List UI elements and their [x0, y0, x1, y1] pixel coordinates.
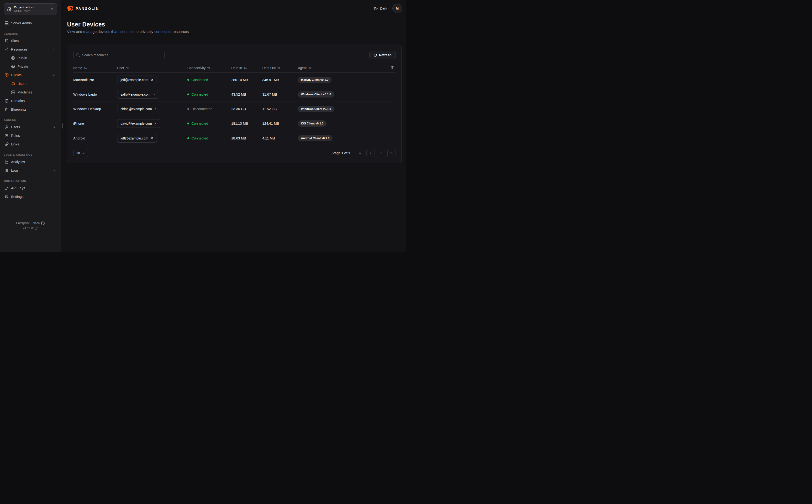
data-out-value: 11.52 GB — [262, 107, 298, 111]
agent-badge: Windows Client v0.1.0 — [298, 91, 334, 98]
column-header-data-in[interactable]: Data In — [231, 66, 262, 70]
user-link-button[interactable]: david@example.com — [117, 119, 160, 128]
version-link[interactable]: v1.13.0 — [0, 226, 61, 231]
column-header-agent[interactable]: Agent — [298, 66, 396, 70]
arrow-up-right-icon — [154, 122, 157, 125]
monitor-up-icon — [5, 73, 9, 77]
sidebar-item-users[interactable]: Users — [4, 123, 57, 131]
data-in-value: 43.52 MB — [231, 93, 262, 96]
refresh-icon — [374, 53, 377, 57]
sidebar-item-links[interactable]: Links — [4, 140, 57, 149]
search-box — [73, 51, 165, 59]
org-switcher-label: Organization — [14, 5, 48, 9]
last-page-button[interactable] — [387, 149, 396, 157]
chevrons-right-icon — [390, 151, 393, 155]
sort-icon — [277, 67, 281, 70]
app-root: Organization ACME Corp. Server Admin GEN… — [0, 0, 406, 252]
device-name: iPhone — [73, 122, 117, 125]
data-in-value: 280.10 MB — [231, 78, 262, 82]
page-subtitle: View and manage devices that users use t… — [67, 30, 400, 34]
sidebar-item-server-admin[interactable]: Server Admin — [4, 19, 57, 27]
column-header-connectivity[interactable]: Connectivity — [187, 66, 231, 70]
data-in-value: 23.36 GB — [231, 107, 262, 111]
avatar-initial: M — [396, 6, 399, 10]
sidebar-item-label: API Keys — [11, 186, 25, 190]
column-header-user[interactable]: User — [117, 66, 187, 70]
status-dot — [187, 93, 189, 95]
sidebar-item-domains[interactable]: Domains — [4, 97, 57, 105]
sidebar-item-machines[interactable]: Machines — [10, 88, 57, 97]
sort-icon — [308, 67, 312, 70]
globe-icon — [11, 56, 15, 60]
connectivity-status: Disconnected — [187, 107, 231, 111]
theme-toggle[interactable]: Dark — [374, 6, 387, 10]
sidebar-item-settings[interactable]: Settings — [4, 192, 57, 201]
device-name: Windows Desktop — [73, 107, 117, 111]
sidebar-item-label: Roles — [11, 134, 20, 138]
sidebar-item-label: Sites — [11, 39, 19, 43]
sidebar-item-resources[interactable]: Resources — [4, 45, 57, 54]
sidebar-item-logs[interactable]: Logs — [4, 166, 57, 175]
table-row: Android jeff@example.com Connected 18.63… — [73, 131, 396, 145]
data-out-value: 346.91 MB — [262, 78, 298, 82]
user-icon — [5, 125, 9, 129]
sidebar-item-api-keys[interactable]: API Keys — [4, 184, 57, 192]
agent-badge: Windows Client v0.1.0 — [298, 106, 334, 112]
sidebar: Organization ACME Corp. Server Admin GEN… — [0, 0, 61, 252]
device-name: Windows Lapto — [73, 93, 117, 96]
github-icon[interactable] — [41, 221, 45, 225]
user-link-button[interactable]: jeff@example.com — [117, 76, 157, 84]
column-header-data-out[interactable]: Data Out — [262, 66, 298, 70]
search-input[interactable] — [73, 51, 165, 59]
main-area: PANGOLIN Dark M User Devices View and ma… — [61, 0, 406, 252]
search-icon — [76, 53, 80, 57]
sidebar-item-blueprints[interactable]: Blueprints — [4, 105, 57, 114]
table-header-row: Name User Connectivity Data In — [73, 63, 396, 73]
key-icon — [5, 186, 9, 190]
connectivity-status: Connected — [187, 93, 231, 96]
brand[interactable]: PANGOLIN — [67, 5, 99, 12]
page-size-select[interactable]: 20 — [73, 149, 88, 157]
sidebar-item-roles[interactable]: Roles — [4, 131, 57, 140]
sidebar-item-label: Users — [17, 82, 26, 86]
arrow-up-right-icon — [154, 108, 157, 111]
sidebar-item-label: Private — [17, 65, 28, 68]
status-dot — [187, 123, 189, 124]
pangolin-logo-icon — [67, 5, 73, 12]
sidebar-item-label: Settings — [11, 195, 23, 199]
clients-subgroup: Users Machines — [5, 79, 57, 97]
sidebar-item-clients-users[interactable]: Users — [10, 79, 57, 88]
sidebar-resize-handle[interactable] — [62, 123, 62, 129]
org-switcher-value: ACME Corp. — [14, 9, 48, 13]
avatar[interactable]: M — [392, 4, 402, 13]
org-switcher[interactable]: Organization ACME Corp. — [4, 3, 57, 15]
arrow-up-right-icon — [150, 137, 153, 140]
chevron-up-icon — [53, 73, 56, 77]
columns-icon — [391, 66, 395, 70]
user-link-button[interactable]: jeff@example.com — [117, 134, 157, 143]
user-link-button[interactable]: chloe@example.com — [117, 105, 160, 113]
table-row: iPhone david@example.com Connected 181.1… — [73, 116, 396, 131]
sidebar-item-label: Blueprints — [11, 108, 26, 111]
prev-page-button[interactable] — [366, 149, 375, 157]
topbar: PANGOLIN Dark M — [61, 0, 406, 17]
gear-icon — [5, 195, 9, 199]
refresh-button[interactable]: Refresh — [370, 51, 396, 59]
sort-icon — [84, 67, 87, 70]
sidebar-item-sites[interactable]: Sites — [4, 36, 57, 45]
column-header-name[interactable]: Name — [73, 66, 117, 70]
card-toolbar: Refresh — [73, 51, 396, 59]
column-visibility-button[interactable] — [390, 65, 395, 70]
topbar-controls: Dark M — [374, 4, 402, 13]
arrow-up-right-icon — [152, 93, 155, 96]
sidebar-item-analytics[interactable]: Analytics — [4, 158, 57, 166]
sidebar-item-public[interactable]: Public — [10, 54, 57, 62]
next-page-button[interactable] — [377, 149, 385, 157]
sidebar-item-private[interactable]: Private — [10, 62, 57, 71]
user-link-button[interactable]: sally@example.com — [117, 90, 159, 99]
status-dot — [187, 137, 189, 139]
chevron-left-icon — [369, 151, 372, 155]
sidebar-item-clients[interactable]: Clients — [4, 71, 57, 79]
first-page-button[interactable] — [356, 149, 364, 157]
link-icon — [5, 142, 9, 146]
